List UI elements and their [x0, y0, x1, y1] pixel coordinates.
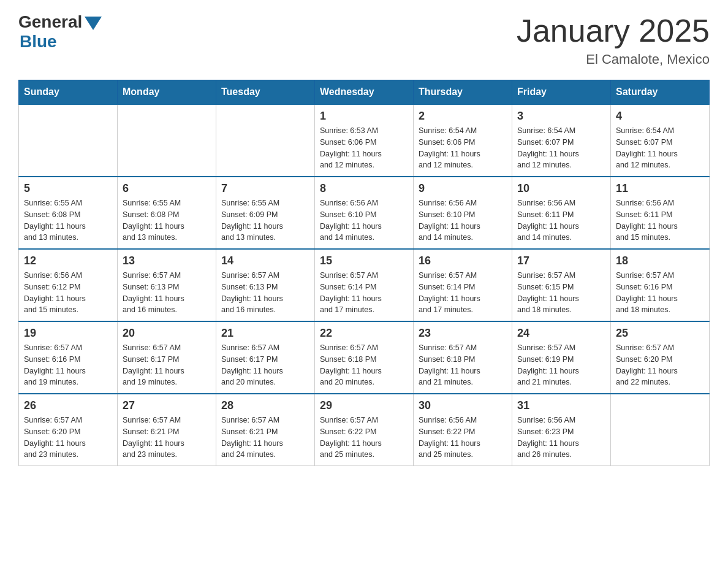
day-number: 27	[123, 399, 211, 412]
logo-general-text: General	[18, 12, 82, 32]
day-number: 5	[24, 182, 112, 195]
day-info: Sunrise: 6:57 AM Sunset: 6:16 PM Dayligh…	[616, 270, 704, 316]
day-number: 2	[419, 110, 507, 123]
calendar-cell: 4Sunrise: 6:54 AM Sunset: 6:07 PM Daylig…	[611, 104, 710, 177]
day-info: Sunrise: 6:57 AM Sunset: 6:18 PM Dayligh…	[419, 342, 507, 388]
calendar-cell: 18Sunrise: 6:57 AM Sunset: 6:16 PM Dayli…	[611, 249, 710, 321]
calendar-week-row: 12Sunrise: 6:56 AM Sunset: 6:12 PM Dayli…	[19, 249, 710, 321]
calendar-cell: 29Sunrise: 6:57 AM Sunset: 6:22 PM Dayli…	[315, 394, 414, 466]
day-number: 11	[616, 182, 704, 195]
day-info: Sunrise: 6:56 AM Sunset: 6:11 PM Dayligh…	[517, 197, 605, 243]
calendar-cell: 3Sunrise: 6:54 AM Sunset: 6:07 PM Daylig…	[512, 104, 611, 177]
day-number: 30	[419, 399, 507, 412]
calendar-cell: 23Sunrise: 6:57 AM Sunset: 6:18 PM Dayli…	[414, 321, 512, 394]
calendar-week-row: 26Sunrise: 6:57 AM Sunset: 6:20 PM Dayli…	[19, 394, 710, 466]
calendar-cell: 28Sunrise: 6:57 AM Sunset: 6:21 PM Dayli…	[216, 394, 315, 466]
day-info: Sunrise: 6:57 AM Sunset: 6:21 PM Dayligh…	[123, 415, 211, 461]
day-info: Sunrise: 6:57 AM Sunset: 6:14 PM Dayligh…	[320, 270, 408, 316]
logo: General Blue	[18, 12, 102, 52]
day-info: Sunrise: 6:56 AM Sunset: 6:22 PM Dayligh…	[419, 415, 507, 461]
calendar-cell: 9Sunrise: 6:56 AM Sunset: 6:10 PM Daylig…	[414, 177, 512, 249]
day-info: Sunrise: 6:57 AM Sunset: 6:22 PM Dayligh…	[320, 415, 408, 461]
calendar-cell: 24Sunrise: 6:57 AM Sunset: 6:19 PM Dayli…	[512, 321, 611, 394]
day-info: Sunrise: 6:57 AM Sunset: 6:15 PM Dayligh…	[517, 270, 605, 316]
day-number: 17	[517, 255, 605, 267]
day-info: Sunrise: 6:57 AM Sunset: 6:17 PM Dayligh…	[221, 342, 309, 388]
calendar-subtitle: El Camalote, Mexico	[517, 52, 710, 67]
day-number: 12	[24, 255, 112, 267]
calendar-cell: 14Sunrise: 6:57 AM Sunset: 6:13 PM Dayli…	[216, 249, 315, 321]
day-number: 19	[24, 327, 112, 340]
day-info: Sunrise: 6:57 AM Sunset: 6:18 PM Dayligh…	[320, 342, 408, 388]
day-info: Sunrise: 6:57 AM Sunset: 6:21 PM Dayligh…	[221, 415, 309, 461]
day-number: 15	[320, 255, 408, 267]
day-of-week-header: Thursday	[414, 80, 512, 105]
day-number: 26	[24, 399, 112, 412]
calendar-cell: 19Sunrise: 6:57 AM Sunset: 6:16 PM Dayli…	[19, 321, 118, 394]
day-number: 4	[616, 110, 704, 123]
calendar-cell: 31Sunrise: 6:56 AM Sunset: 6:23 PM Dayli…	[512, 394, 611, 466]
calendar-cell: 2Sunrise: 6:54 AM Sunset: 6:06 PM Daylig…	[414, 104, 512, 177]
day-number: 1	[320, 110, 408, 123]
calendar-table: SundayMondayTuesdayWednesdayThursdayFrid…	[18, 80, 710, 466]
day-info: Sunrise: 6:54 AM Sunset: 6:07 PM Dayligh…	[517, 125, 605, 171]
day-number: 16	[419, 255, 507, 267]
day-info: Sunrise: 6:56 AM Sunset: 6:12 PM Dayligh…	[24, 270, 112, 316]
calendar-cell	[611, 394, 710, 466]
calendar-cell: 6Sunrise: 6:55 AM Sunset: 6:08 PM Daylig…	[118, 177, 216, 249]
calendar-week-row: 19Sunrise: 6:57 AM Sunset: 6:16 PM Dayli…	[19, 321, 710, 394]
title-section: January 2025 El Camalote, Mexico	[517, 12, 710, 67]
calendar-cell: 15Sunrise: 6:57 AM Sunset: 6:14 PM Dayli…	[315, 249, 414, 321]
day-number: 25	[616, 327, 704, 340]
day-info: Sunrise: 6:57 AM Sunset: 6:16 PM Dayligh…	[24, 342, 112, 388]
calendar-cell: 11Sunrise: 6:56 AM Sunset: 6:11 PM Dayli…	[611, 177, 710, 249]
day-number: 8	[320, 182, 408, 195]
day-info: Sunrise: 6:56 AM Sunset: 6:23 PM Dayligh…	[517, 415, 605, 461]
day-number: 7	[221, 182, 309, 195]
calendar-cell: 8Sunrise: 6:56 AM Sunset: 6:10 PM Daylig…	[315, 177, 414, 249]
calendar-title: January 2025	[517, 12, 710, 49]
calendar-header-row: SundayMondayTuesdayWednesdayThursdayFrid…	[19, 80, 710, 105]
calendar-cell: 10Sunrise: 6:56 AM Sunset: 6:11 PM Dayli…	[512, 177, 611, 249]
calendar-cell: 12Sunrise: 6:56 AM Sunset: 6:12 PM Dayli…	[19, 249, 118, 321]
day-info: Sunrise: 6:55 AM Sunset: 6:08 PM Dayligh…	[24, 197, 112, 243]
day-info: Sunrise: 6:56 AM Sunset: 6:11 PM Dayligh…	[616, 197, 704, 243]
day-info: Sunrise: 6:55 AM Sunset: 6:09 PM Dayligh…	[221, 197, 309, 243]
day-info: Sunrise: 6:53 AM Sunset: 6:06 PM Dayligh…	[320, 125, 408, 171]
day-number: 24	[517, 327, 605, 340]
calendar-cell: 7Sunrise: 6:55 AM Sunset: 6:09 PM Daylig…	[216, 177, 315, 249]
day-of-week-header: Saturday	[611, 80, 710, 105]
day-of-week-header: Tuesday	[216, 80, 315, 105]
calendar-week-row: 1Sunrise: 6:53 AM Sunset: 6:06 PM Daylig…	[19, 104, 710, 177]
day-number: 18	[616, 255, 704, 267]
day-info: Sunrise: 6:54 AM Sunset: 6:06 PM Dayligh…	[419, 125, 507, 171]
day-number: 31	[517, 399, 605, 412]
day-info: Sunrise: 6:57 AM Sunset: 6:14 PM Dayligh…	[419, 270, 507, 316]
calendar-cell: 5Sunrise: 6:55 AM Sunset: 6:08 PM Daylig…	[19, 177, 118, 249]
day-info: Sunrise: 6:57 AM Sunset: 6:13 PM Dayligh…	[221, 270, 309, 316]
page-header: General Blue January 2025 El Camalote, M…	[18, 12, 710, 67]
day-info: Sunrise: 6:57 AM Sunset: 6:19 PM Dayligh…	[517, 342, 605, 388]
day-of-week-header: Wednesday	[315, 80, 414, 105]
day-number: 22	[320, 327, 408, 340]
calendar-cell: 13Sunrise: 6:57 AM Sunset: 6:13 PM Dayli…	[118, 249, 216, 321]
calendar-week-row: 5Sunrise: 6:55 AM Sunset: 6:08 PM Daylig…	[19, 177, 710, 249]
day-of-week-header: Sunday	[19, 80, 118, 105]
day-number: 28	[221, 399, 309, 412]
day-info: Sunrise: 6:54 AM Sunset: 6:07 PM Dayligh…	[616, 125, 704, 171]
calendar-cell: 27Sunrise: 6:57 AM Sunset: 6:21 PM Dayli…	[118, 394, 216, 466]
day-info: Sunrise: 6:56 AM Sunset: 6:10 PM Dayligh…	[320, 197, 408, 243]
day-number: 14	[221, 255, 309, 267]
day-number: 29	[320, 399, 408, 412]
day-info: Sunrise: 6:57 AM Sunset: 6:17 PM Dayligh…	[123, 342, 211, 388]
logo-blue-text: Blue	[20, 32, 57, 52]
calendar-cell	[118, 104, 216, 177]
day-info: Sunrise: 6:57 AM Sunset: 6:20 PM Dayligh…	[616, 342, 704, 388]
day-number: 13	[123, 255, 211, 267]
logo-triangle-icon	[85, 17, 102, 30]
calendar-cell: 21Sunrise: 6:57 AM Sunset: 6:17 PM Dayli…	[216, 321, 315, 394]
calendar-cell: 17Sunrise: 6:57 AM Sunset: 6:15 PM Dayli…	[512, 249, 611, 321]
day-number: 20	[123, 327, 211, 340]
calendar-cell: 26Sunrise: 6:57 AM Sunset: 6:20 PM Dayli…	[19, 394, 118, 466]
day-number: 10	[517, 182, 605, 195]
